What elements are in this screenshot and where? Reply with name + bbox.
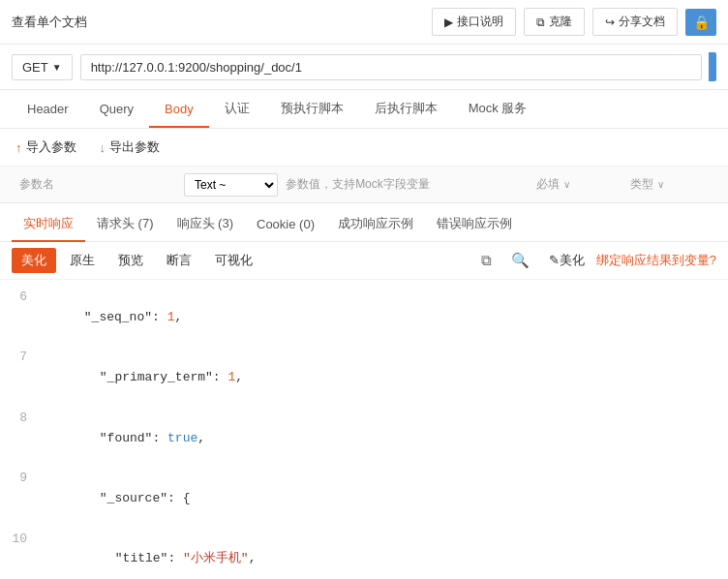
code-line-8: 8 "found": true,	[12, 409, 716, 469]
import-params-button[interactable]: ↑ 导入参数	[12, 137, 80, 158]
code-line-6: 6 "_seq_no": 1,	[12, 288, 716, 348]
lock-button[interactable]: 🔒	[685, 9, 716, 36]
tab-query[interactable]: Query	[84, 92, 149, 128]
line-num-10: 10	[12, 530, 39, 579]
raw-button[interactable]: 原生	[60, 248, 105, 273]
bind-result-button[interactable]: 绑定响应结果到变量?	[596, 252, 716, 269]
line-num-6: 6	[12, 288, 39, 348]
tab-body[interactable]: Body	[149, 92, 209, 128]
tab-success-example[interactable]: 成功响应示例	[326, 207, 425, 242]
lock-icon: 🔒	[693, 15, 710, 30]
code-content-9: "_source": {	[39, 469, 716, 529]
tab-mock[interactable]: Mock 服务	[453, 90, 543, 129]
params-row: ↑ 导入参数 ↓ 导出参数	[0, 129, 728, 167]
export-params-button[interactable]: ↓ 导出参数	[96, 137, 165, 158]
col-required-header: 必填 ∨	[529, 172, 622, 197]
tab-response-headers[interactable]: 响应头 (3)	[166, 207, 246, 242]
type-dropdown[interactable]: Text ~	[184, 173, 278, 197]
search-icon[interactable]: 🔍	[503, 248, 537, 273]
copy-icon[interactable]: ⧉	[473, 248, 500, 273]
share-button[interactable]: ↪ 分享文档	[592, 8, 678, 36]
col-type-header: 类型 ∨	[622, 172, 716, 197]
tab-error-example[interactable]: 错误响应示例	[425, 207, 524, 242]
line-num-7: 7	[12, 348, 39, 408]
response-tabs: 实时响应 请求头 (7) 响应头 (3) Cookie (0) 成功响应示例 错…	[0, 207, 728, 242]
tab-realtime-response[interactable]: 实时响应	[12, 207, 85, 242]
code-content-10: "title": "小米手机",	[39, 530, 716, 579]
play-icon: ▶	[444, 15, 453, 29]
tab-auth[interactable]: 认证	[209, 90, 265, 129]
method-selector[interactable]: GET ▼	[12, 54, 73, 80]
top-actions: ▶ 接口说明 ⧉ 克隆 ↪ 分享文档 🔒	[432, 8, 716, 36]
code-content-8: "found": true,	[39, 409, 716, 469]
body-table-header: 参数名 Text ~ 参数值，支持Mock字段变量 必填 ∨ 类型 ∨	[0, 167, 728, 203]
arrow-down-icon: ↓	[100, 140, 106, 155]
page-title: 查看单个文档	[12, 14, 87, 31]
code-line-10: 10 "title": "小米手机",	[12, 530, 716, 579]
url-input[interactable]	[80, 54, 702, 80]
main-tabs: Header Query Body 认证 预执行脚本 后执行脚本 Mock 服务	[0, 90, 728, 129]
preview-button[interactable]: 预览	[108, 248, 153, 273]
beautify-button[interactable]: 美化	[12, 248, 56, 273]
visualize-button[interactable]: 可视化	[205, 248, 262, 273]
tab-post-script[interactable]: 后执行脚本	[359, 90, 453, 129]
code-line-9: 9 "_source": {	[12, 469, 716, 529]
required-chevron-icon: ∨	[563, 179, 570, 190]
chevron-down-icon: ▼	[52, 62, 62, 73]
tab-header[interactable]: Header	[12, 92, 84, 128]
assert-button[interactable]: 断言	[157, 248, 201, 273]
code-view: 6 "_seq_no": 1, 7 "_primary_term": 1, 8 …	[0, 280, 728, 579]
type-chevron-icon: ∨	[657, 179, 664, 190]
code-content-6: "_seq_no": 1,	[39, 288, 716, 348]
code-content-7: "_primary_term": 1,	[39, 348, 716, 408]
line-num-8: 8	[12, 409, 39, 469]
col-value-header: 参数值，支持Mock字段变量	[278, 172, 529, 197]
arrow-up-icon: ↑	[15, 140, 22, 155]
clone-icon: ⧉	[536, 15, 545, 29]
beautify-icon[interactable]: ✎美化	[541, 248, 592, 273]
tab-pre-script[interactable]: 预执行脚本	[265, 90, 359, 129]
tab-cookie[interactable]: Cookie (0)	[245, 209, 326, 241]
send-button[interactable]	[709, 52, 716, 81]
api-doc-button[interactable]: ▶ 接口说明	[432, 8, 516, 36]
top-bar: 查看单个文档 ▶ 接口说明 ⧉ 克隆 ↪ 分享文档 🔒	[0, 0, 728, 45]
line-num-9: 9	[12, 469, 39, 529]
col-name-header: 参数名	[12, 172, 184, 197]
code-line-7: 7 "_primary_term": 1,	[12, 348, 716, 408]
share-icon: ↪	[605, 15, 615, 29]
clone-button[interactable]: ⧉ 克隆	[524, 8, 585, 36]
tab-request-headers[interactable]: 请求头 (7)	[85, 207, 166, 242]
url-bar: GET ▼	[0, 45, 728, 90]
col-type-selector[interactable]: Text ~	[184, 173, 278, 197]
response-toolbar: 美化 原生 预览 断言 可视化 ⧉ 🔍 ✎美化 绑定响应结果到变量?	[0, 242, 728, 280]
